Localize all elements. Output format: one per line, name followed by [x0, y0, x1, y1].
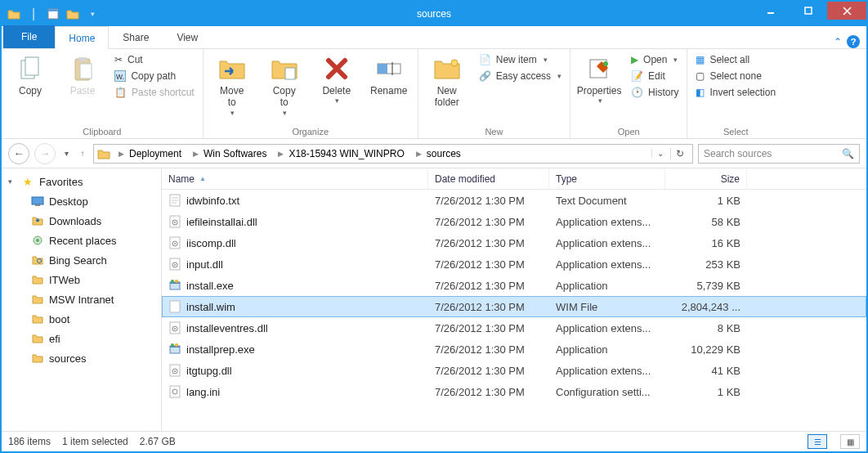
nav-favorites-header[interactable]: ▾ ★ Favorites: [2, 172, 161, 191]
address-row: ← → ▾ ↑ ▶Deployment ▶Win Softwares ▶X18-…: [2, 139, 866, 168]
column-name[interactable]: Name▲: [162, 168, 428, 189]
forward-button[interactable]: →: [34, 143, 56, 164]
paste-shortcut-button[interactable]: 📋Paste shortcut: [111, 85, 198, 100]
svg-point-52: [174, 370, 176, 372]
easy-access-label: Easy access: [496, 70, 551, 82]
nav-item-label: Bing Search: [49, 254, 107, 267]
table-row[interactable]: install.wim7/26/2012 1:30 PMWIM File2,80…: [162, 296, 866, 317]
svg-rect-53: [170, 386, 180, 397]
invert-selection-button[interactable]: ◧Invert selection: [692, 85, 779, 100]
delete-button[interactable]: Delete: [313, 52, 360, 105]
thumbnails-view-button[interactable]: ▦: [840, 434, 860, 449]
tab-share[interactable]: Share: [109, 25, 163, 48]
star-icon: ★: [21, 175, 34, 188]
paste-button[interactable]: Paste: [59, 52, 106, 96]
tab-home[interactable]: Home: [55, 26, 109, 49]
new-folder-button[interactable]: New folder: [423, 52, 471, 109]
nav-item[interactable]: Bing Search: [2, 250, 161, 270]
quick-access-toolbar: | ▾: [2, 5, 101, 23]
minimize-button[interactable]: [752, 2, 790, 20]
column-type[interactable]: Type: [549, 168, 665, 189]
nav-item[interactable]: Downloads: [2, 211, 161, 231]
file-size: 16 KB: [665, 237, 747, 249]
breadcrumb[interactable]: ▶sources: [409, 148, 464, 159]
nav-item[interactable]: MSW Intranet: [2, 289, 161, 309]
tab-view[interactable]: View: [163, 25, 212, 48]
table-row[interactable]: iiscomp.dll7/26/2012 1:30 PMApplication …: [162, 232, 866, 253]
copy-to-label: Copy to: [273, 85, 296, 109]
table-row[interactable]: itgtupg.dll7/26/2012 1:30 PMApplication …: [162, 360, 866, 381]
breadcrumb[interactable]: ▶X18-15943 WIN_WINPRO: [271, 148, 407, 159]
qat-dropdown-icon[interactable]: ▾: [83, 5, 101, 23]
properties-button[interactable]: Properties: [575, 52, 623, 105]
cut-button[interactable]: ✂Cut: [111, 52, 198, 67]
address-dropdown-button[interactable]: ⌄: [651, 149, 669, 158]
up-button[interactable]: ↑: [77, 144, 88, 164]
file-list[interactable]: idwbinfo.txt7/26/2012 1:30 PMText Docume…: [162, 190, 866, 431]
edit-icon: 📝: [631, 70, 643, 82]
search-input[interactable]: Search sources 🔍: [698, 144, 860, 164]
nav-item[interactable]: ITWeb: [2, 270, 161, 289]
file-name: iiscomp.dll: [186, 237, 236, 249]
new-item-label: New item: [496, 54, 537, 65]
column-size[interactable]: Size: [665, 168, 747, 189]
file-icon: [168, 215, 181, 228]
maximize-button[interactable]: [790, 2, 827, 20]
svg-point-31: [174, 222, 176, 223]
select-all-button[interactable]: ▦Select all: [692, 52, 779, 67]
table-row[interactable]: lang.ini7/26/2012 1:30 PMConfiguration s…: [162, 381, 866, 402]
table-row[interactable]: iefileinstallai.dll7/26/2012 1:30 PMAppl…: [162, 211, 866, 232]
file-menu[interactable]: File: [3, 25, 55, 48]
ribbon-group-select: ▦Select all ▢Select none ◧Invert selecti…: [687, 49, 784, 138]
rename-icon: [374, 54, 404, 83]
address-bar[interactable]: ▶Deployment ▶Win Softwares ▶X18-15943 WI…: [93, 144, 693, 164]
file-size: 1 KB: [665, 386, 747, 398]
table-row[interactable]: installprep.exe7/26/2012 1:30 PMApplicat…: [162, 339, 866, 360]
nav-item[interactable]: Recent places: [2, 231, 161, 250]
svg-rect-3: [805, 7, 812, 14]
rename-button[interactable]: Rename: [365, 52, 413, 96]
copy-button[interactable]: Copy: [7, 52, 54, 96]
new-folder-icon[interactable]: [64, 5, 82, 23]
table-row[interactable]: install.exe7/26/2012 1:30 PMApplication5…: [162, 275, 866, 296]
qat-separator-icon: |: [25, 5, 43, 23]
table-row[interactable]: idwbinfo.txt7/26/2012 1:30 PMText Docume…: [162, 190, 866, 211]
recent-locations-button[interactable]: ▾: [60, 144, 72, 164]
table-row[interactable]: installeventres.dll7/26/2012 1:30 PMAppl…: [162, 317, 866, 339]
copy-to-button[interactable]: Copy to: [261, 52, 308, 118]
nav-item[interactable]: Desktop: [2, 191, 161, 211]
table-row[interactable]: input.dll7/26/2012 1:30 PMApplication ex…: [162, 253, 866, 275]
select-group-label: Select: [692, 125, 779, 137]
select-none-icon: ▢: [696, 70, 705, 82]
history-button[interactable]: 🕑History: [628, 85, 682, 100]
ribbon-collapse-icon[interactable]: ⌃: [834, 36, 842, 47]
nav-item-icon: [31, 332, 44, 345]
help-icon[interactable]: ?: [847, 35, 860, 48]
chevron-right-icon: ▶: [275, 150, 287, 158]
nav-item[interactable]: efi: [2, 329, 161, 348]
nav-pane[interactable]: ▾ ★ Favorites DesktopDownloadsRecent pla…: [2, 168, 162, 431]
move-to-button[interactable]: Move to: [208, 52, 256, 118]
nav-item-label: Downloads: [49, 215, 101, 227]
easy-access-button[interactable]: 🔗Easy access: [476, 69, 565, 83]
refresh-button[interactable]: ↻: [670, 148, 689, 159]
edit-button[interactable]: 📝Edit: [628, 69, 682, 83]
nav-item[interactable]: sources: [2, 348, 161, 368]
details-view-button[interactable]: ☰: [808, 434, 827, 449]
svg-point-49: [175, 343, 178, 347]
explorer-window: | ▾ sources File Home Share View ⌃ ?: [0, 0, 868, 453]
open-button[interactable]: ▶Open: [628, 52, 682, 67]
scissors-icon: ✂: [114, 54, 123, 65]
close-button[interactable]: [827, 2, 866, 20]
back-button[interactable]: ←: [8, 143, 29, 164]
copy-path-button[interactable]: w.Copy path: [111, 69, 198, 83]
breadcrumb[interactable]: ▶Deployment: [112, 148, 185, 159]
breadcrumb[interactable]: ▶Win Softwares: [186, 148, 270, 159]
select-none-button[interactable]: ▢Select none: [692, 69, 779, 83]
column-date[interactable]: Date modified: [428, 168, 549, 189]
new-item-button[interactable]: 📄New item: [476, 52, 565, 67]
properties-icon[interactable]: [44, 5, 62, 23]
collapse-icon[interactable]: ▾: [8, 177, 16, 186]
nav-item[interactable]: boot: [2, 309, 161, 329]
titlebar: | ▾ sources: [2, 2, 866, 26]
